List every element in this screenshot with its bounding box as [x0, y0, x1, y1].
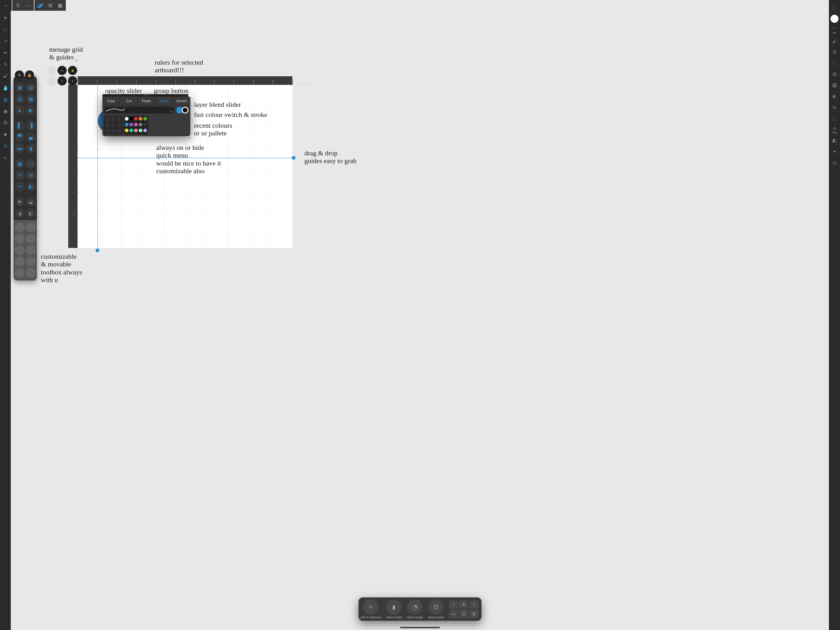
toolbox-send-back[interactable]: ▥	[15, 94, 25, 104]
quick-item[interactable]	[111, 128, 116, 133]
toolbox-bool-int[interactable]: ◑	[15, 208, 25, 218]
quick-item[interactable]	[117, 123, 122, 128]
more-icon[interactable]: ⋯	[24, 2, 32, 9]
fx-nav-icon[interactable]: ◐	[831, 92, 838, 100]
grid-manager-slot[interactable]	[47, 76, 56, 85]
add-to-selection-button[interactable]: +	[363, 599, 379, 615]
fullscreen-icon[interactable]: ⛶	[831, 4, 838, 12]
palette-swatch[interactable]	[139, 123, 142, 127]
palette-swatch[interactable]	[129, 128, 133, 132]
palette-swatch[interactable]	[125, 117, 128, 120]
toolbox-add-button[interactable]: +	[15, 70, 24, 80]
document-icon[interactable]: ⎘	[14, 2, 22, 9]
history-icon[interactable]: ◷	[831, 159, 838, 167]
toolbox-align-back[interactable]: ▣	[15, 82, 25, 92]
grid-icon[interactable]: ⊞	[831, 70, 838, 78]
guide-handle[interactable]	[292, 156, 295, 160]
anchor-grid-cell[interactable]: ▭	[449, 610, 458, 618]
anchor-grid-cell[interactable]: ⊡	[459, 610, 468, 618]
quick-item[interactable]	[117, 117, 122, 122]
quick-menu-group-button[interactable]: Group	[155, 97, 173, 105]
grid-manager-units-button[interactable]: cm	[57, 66, 67, 75]
toolbox-empty-slot[interactable]	[15, 222, 25, 232]
quick-menu-copy-button[interactable]: Copy	[103, 97, 120, 105]
palette-swatch[interactable]	[134, 128, 138, 132]
node-tool[interactable]: ▷	[2, 26, 9, 32]
toolbox-distribute-h[interactable]: ▬	[15, 143, 25, 153]
palette-swatch[interactable]	[125, 123, 128, 127]
gradient-tool[interactable]: ◉	[2, 108, 9, 114]
toolbox-empty-slot[interactable]	[15, 268, 25, 278]
toolbox-empty-slot[interactable]	[26, 256, 36, 266]
about-centre-button[interactable]: ⊡	[428, 599, 444, 615]
dropper-tool[interactable]: 💧	[2, 85, 9, 91]
quick-menu-close-icon[interactable]: ×	[188, 136, 191, 141]
stroke-curve-icon[interactable]: 〰0pt	[831, 26, 838, 34]
font-icon[interactable]: a12pt	[831, 125, 838, 133]
ruler-vertical[interactable]: 01234567	[68, 85, 77, 248]
bounds-icon[interactable]: ⬚	[831, 114, 838, 122]
corner-tool[interactable]: ↗	[2, 38, 9, 44]
anchor-grid-cell[interactable]: ⊕	[459, 600, 468, 609]
toolbox-align-front[interactable]: ▤	[26, 82, 36, 92]
toolbox-align-bottom[interactable]: ▄	[26, 132, 36, 142]
toolbox-ungroup[interactable]: ▢	[26, 159, 36, 169]
pencil-tool[interactable]: ✎	[2, 61, 9, 67]
palette-swatch[interactable]	[143, 117, 147, 120]
quick-menu-paste-button[interactable]: Paste	[138, 97, 155, 105]
pen-tool[interactable]: ✒	[2, 49, 9, 56]
guide-horizontal[interactable]	[78, 158, 292, 158]
brush-tool[interactable]: 🖌	[2, 73, 9, 79]
opacity-slider-knob[interactable]	[188, 94, 191, 97]
toolbox-align-right[interactable]: ▐	[26, 120, 36, 130]
anchor-grid-cell[interactable]: ⊞	[469, 610, 478, 618]
toolbox-empty-slot[interactable]	[15, 245, 25, 255]
wand-tool[interactable]: ∿	[2, 155, 9, 161]
grid-manager-close-icon[interactable]: ×	[75, 58, 78, 63]
toolbox-empty-slot[interactable]	[26, 245, 36, 255]
toolbox-widget[interactable]: + 🔒 × ▣▤ ▥▦ ▲▶ ▌▐ ▀▄ ▬▮ ▣▢ ✎⊞ ✂◧ ◓◒ ◑◐	[14, 76, 37, 280]
palette-swatch[interactable]	[139, 117, 142, 120]
stroke-color-swatch[interactable]	[182, 107, 188, 114]
toolbox-close-icon[interactable]: ×	[35, 74, 38, 79]
palette-swatch[interactable]	[134, 117, 138, 120]
toolbox-flip-h[interactable]: ▲	[15, 105, 25, 115]
toolbox-distribute-v[interactable]: ▮	[26, 143, 36, 153]
anchor-grid-cell[interactable]: ⤢	[449, 600, 458, 609]
palette-swatch[interactable]	[129, 123, 133, 127]
fill-tool[interactable]: ◍	[2, 96, 9, 103]
move-tool[interactable]: ➤	[2, 14, 9, 21]
toolbox-bring-front[interactable]: ▦	[26, 94, 36, 104]
quick-menu-cut-button[interactable]: Cut	[120, 97, 137, 105]
toolbox-align-left[interactable]: ▌	[15, 120, 25, 130]
palette-swatch[interactable]	[134, 123, 138, 127]
color-switch[interactable]	[176, 107, 188, 114]
crop-tool[interactable]: ⧉	[2, 120, 9, 126]
brush-stroke-selector[interactable]: 0pt	[104, 107, 174, 114]
select-inside-button[interactable]: ◔	[407, 599, 422, 615]
toolbox-align-top[interactable]: ▀	[15, 132, 25, 142]
grid-manager-lock-button[interactable]: 🔒	[68, 66, 77, 75]
palette-swatch[interactable]	[129, 117, 133, 120]
toolbox-flip-v[interactable]: ▶	[26, 105, 36, 115]
app-logo-icon[interactable]: ◢◤	[36, 2, 44, 9]
palette-swatch[interactable]	[139, 128, 142, 132]
artboard-icon[interactable]: ▦	[56, 2, 64, 9]
quick-item[interactable]	[111, 117, 116, 122]
brush-icon[interactable]: 🖌	[831, 37, 838, 45]
grid-manager-diamond-button[interactable]: ◆	[68, 76, 77, 85]
toolbox-empty-slot[interactable]	[26, 234, 36, 244]
guide-handle[interactable]	[96, 249, 99, 252]
quick-item[interactable]	[111, 123, 116, 128]
shape-tool[interactable]: ■	[2, 131, 9, 138]
back-icon[interactable]: ←	[2, 2, 10, 9]
toolbox-bool-sub[interactable]: ◒	[26, 197, 36, 207]
color-circle[interactable]	[831, 15, 838, 23]
toolbox-empty-slot[interactable]	[26, 268, 36, 278]
quick-item[interactable]	[105, 117, 110, 122]
select-under-button[interactable]: ◗	[386, 599, 401, 615]
toolbox-transform[interactable]: ⊞	[26, 170, 36, 180]
toolbox-bool-xor[interactable]: ◐	[26, 208, 36, 218]
palette-swatch[interactable]	[143, 123, 147, 127]
grid-toggle-icon[interactable]: ⊞	[46, 2, 54, 9]
